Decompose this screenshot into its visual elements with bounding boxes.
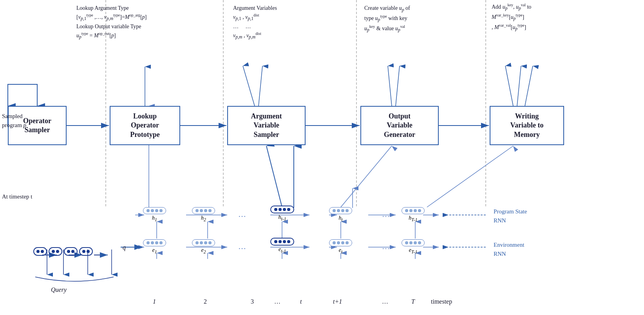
output-generator-box: OutputVariableGenerator xyxy=(360,106,439,145)
sampled-program-annotation: Sampledprogram p xyxy=(2,112,26,129)
svg-line-60 xyxy=(525,66,533,106)
svg-line-55 xyxy=(259,66,262,106)
svg-line-19 xyxy=(427,146,513,207)
svg-line-54 xyxy=(243,66,255,106)
writing-memory-box: WritingVariable toMemory xyxy=(490,106,564,145)
eT-minus1-cell: eT-1 xyxy=(402,239,425,255)
timestep-label: timestep xyxy=(431,298,452,305)
e2-cell: e2 xyxy=(192,239,215,255)
writing-memory-label: WritingVariable toMemory xyxy=(510,112,544,139)
svg-line-56 xyxy=(388,66,392,106)
timestep-T: T xyxy=(411,298,415,305)
h1-cell: h1 xyxy=(143,207,166,222)
svg-line-17 xyxy=(266,146,282,207)
argument-sampler-box: ArgumentVariableSampler xyxy=(227,106,306,145)
e-ellipsis: … xyxy=(238,242,246,251)
argument-sampler-label: ArgumentVariableSampler xyxy=(251,112,282,139)
timestep-3: 3 xyxy=(251,298,254,305)
h-ellipsis-2: … xyxy=(382,210,390,219)
e1-cell: e1 xyxy=(143,239,166,255)
et-cell: et xyxy=(329,239,352,255)
timestep-2: 2 xyxy=(204,298,207,305)
svg-line-59 xyxy=(517,66,521,106)
program-state-rnn-label: Program StateRNN xyxy=(494,207,527,225)
timestep-t: t xyxy=(300,298,302,305)
hT-minus1-cell: hT-1 xyxy=(402,207,425,222)
add-variable-annotation: Add upkey, upval to Mvar_key[uptype] , M… xyxy=(492,2,640,33)
lookup-arg-type-annotation: Lookup Argument Type [vp,1type ,…, vp,mt… xyxy=(76,4,221,41)
timestep-t1: t+1 xyxy=(333,298,342,305)
at-timestep-label: At timestep t xyxy=(2,192,33,201)
timestep-ellipsis: … xyxy=(274,298,280,305)
timestep-1: 1 xyxy=(153,298,156,305)
query-cells xyxy=(33,247,93,256)
timestep-ellipsis-2: … xyxy=(382,298,388,305)
output-generator-label: OutputVariableGenerator xyxy=(384,112,415,139)
e-ellipsis-2: … xyxy=(382,242,390,251)
ht-cell: ht xyxy=(329,207,352,222)
lookup-operator-box: LookupOperatorPrototype xyxy=(110,106,180,145)
q-label: q xyxy=(123,244,126,251)
query-label: Query xyxy=(51,286,67,293)
lookup-operator-label: LookupOperatorPrototype xyxy=(130,112,160,139)
h2-cell: h2 xyxy=(192,207,215,222)
svg-line-57 xyxy=(396,66,400,106)
et-minus1-cell: et-1 xyxy=(270,238,294,254)
argument-vars-annotation: Argument Variables vp,1 , vp,1dist … … v… xyxy=(233,4,343,41)
h-ellipsis: … xyxy=(238,210,246,219)
svg-line-18 xyxy=(341,146,392,207)
create-variable-annotation: Create variable up of type uptype with k… xyxy=(364,4,478,34)
ht-minus1-cell: ht-1 xyxy=(270,206,294,222)
environment-rnn-label: EnvironmentRNN xyxy=(494,240,524,258)
diagram-container: { "boxes": { "operator_sampler": {"label… xyxy=(0,0,644,315)
svg-line-58 xyxy=(505,66,513,106)
